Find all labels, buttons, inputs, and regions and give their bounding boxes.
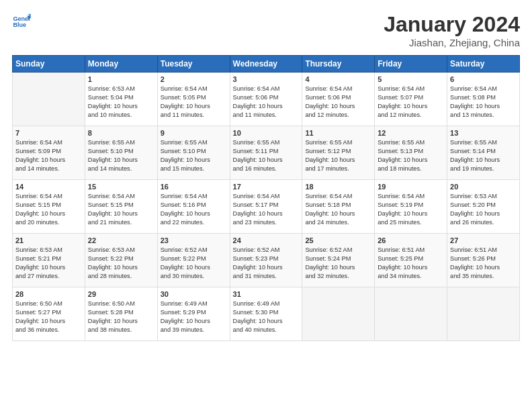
title-block: January 2024 Jiashan, Zhejiang, China [384,12,520,48]
day-number: 11 [305,129,371,137]
calendar-cell: 30Sunrise: 6:49 AMSunset: 5:29 PMDayligh… [157,287,230,341]
calendar-cell: 22Sunrise: 6:53 AMSunset: 5:22 PMDayligh… [85,234,157,287]
calendar-cell: 19Sunrise: 6:54 AMSunset: 5:19 PMDayligh… [375,180,447,234]
calendar-cell: 12Sunrise: 6:55 AMSunset: 5:13 PMDayligh… [375,126,447,180]
day-number: 28 [15,290,82,298]
calendar-cell: 1Sunrise: 6:53 AMSunset: 5:04 PMDaylight… [85,73,157,126]
logo: General Blue [12,12,31,31]
day-info: Sunrise: 6:54 AMSunset: 5:18 PMDaylight:… [305,192,371,227]
day-number: 2 [161,75,227,83]
calendar-cell: 5Sunrise: 6:54 AMSunset: 5:07 PMDaylight… [375,73,447,126]
day-number: 7 [15,129,82,137]
calendar-table: SundayMondayTuesdayWednesdayThursdayFrid… [12,55,520,341]
day-info: Sunrise: 6:51 AMSunset: 5:26 PMDaylight:… [450,246,517,281]
day-info: Sunrise: 6:55 AMSunset: 5:10 PMDaylight:… [161,138,227,173]
calendar-cell: 17Sunrise: 6:54 AMSunset: 5:17 PMDayligh… [230,180,302,234]
calendar-cell: 28Sunrise: 6:50 AMSunset: 5:27 PMDayligh… [13,287,85,341]
day-info: Sunrise: 6:51 AMSunset: 5:25 PMDaylight:… [378,246,444,281]
day-number: 6 [450,75,517,83]
calendar-cell: 8Sunrise: 6:55 AMSunset: 5:10 PMDaylight… [85,126,157,180]
calendar-cell: 24Sunrise: 6:52 AMSunset: 5:23 PMDayligh… [230,234,302,287]
main-title: January 2024 [384,12,520,37]
day-info: Sunrise: 6:54 AMSunset: 5:15 PMDaylight:… [88,192,154,227]
week-row-1: 1Sunrise: 6:53 AMSunset: 5:04 PMDaylight… [13,73,520,126]
week-row-5: 28Sunrise: 6:50 AMSunset: 5:27 PMDayligh… [13,287,520,341]
calendar-cell: 18Sunrise: 6:54 AMSunset: 5:18 PMDayligh… [302,180,375,234]
week-row-2: 7Sunrise: 6:54 AMSunset: 5:09 PMDaylight… [13,126,520,180]
calendar-cell: 6Sunrise: 6:54 AMSunset: 5:08 PMDaylight… [447,73,520,126]
weekday-header-thursday: Thursday [302,56,375,73]
day-number: 3 [233,75,300,83]
week-row-4: 21Sunrise: 6:53 AMSunset: 5:21 PMDayligh… [13,234,520,287]
calendar-cell: 20Sunrise: 6:53 AMSunset: 5:20 PMDayligh… [447,180,520,234]
day-info: Sunrise: 6:49 AMSunset: 5:30 PMDaylight:… [233,300,300,334]
day-info: Sunrise: 6:53 AMSunset: 5:20 PMDaylight:… [450,192,517,227]
day-info: Sunrise: 6:52 AMSunset: 5:24 PMDaylight:… [305,246,371,281]
day-info: Sunrise: 6:54 AMSunset: 5:06 PMDaylight:… [233,85,300,120]
day-info: Sunrise: 6:54 AMSunset: 5:17 PMDaylight:… [233,192,300,227]
calendar-cell: 7Sunrise: 6:54 AMSunset: 5:09 PMDaylight… [13,126,85,180]
calendar-cell: 15Sunrise: 6:54 AMSunset: 5:15 PMDayligh… [85,180,157,234]
day-info: Sunrise: 6:54 AMSunset: 5:16 PMDaylight:… [161,192,227,227]
day-number: 23 [161,236,227,244]
calendar-cell [13,73,85,126]
calendar-cell: 31Sunrise: 6:49 AMSunset: 5:30 PMDayligh… [230,287,302,341]
day-info: Sunrise: 6:53 AMSunset: 5:21 PMDaylight:… [15,246,82,281]
day-info: Sunrise: 6:55 AMSunset: 5:12 PMDaylight:… [305,138,371,173]
svg-text:Blue: Blue [13,21,26,28]
calendar-cell: 26Sunrise: 6:51 AMSunset: 5:25 PMDayligh… [375,234,447,287]
day-number: 25 [305,236,371,244]
day-number: 17 [233,183,300,191]
day-number: 26 [378,236,444,244]
day-number: 1 [88,75,154,83]
weekday-header-saturday: Saturday [447,56,520,73]
calendar-cell: 29Sunrise: 6:50 AMSunset: 5:28 PMDayligh… [85,287,157,341]
calendar-cell: 27Sunrise: 6:51 AMSunset: 5:26 PMDayligh… [447,234,520,287]
weekday-header-friday: Friday [375,56,447,73]
calendar-cell [375,287,447,341]
day-number: 5 [378,75,444,83]
day-info: Sunrise: 6:55 AMSunset: 5:11 PMDaylight:… [233,138,300,173]
day-number: 18 [305,183,371,191]
day-info: Sunrise: 6:53 AMSunset: 5:04 PMDaylight:… [88,85,154,120]
day-info: Sunrise: 6:52 AMSunset: 5:22 PMDaylight:… [161,246,227,281]
calendar-cell: 3Sunrise: 6:54 AMSunset: 5:06 PMDaylight… [230,73,302,126]
weekday-header-tuesday: Tuesday [157,56,230,73]
subtitle: Jiashan, Zhejiang, China [384,37,520,48]
calendar-cell [447,287,520,341]
day-number: 8 [88,129,154,137]
day-number: 13 [450,129,517,137]
weekday-header-monday: Monday [85,56,157,73]
day-info: Sunrise: 6:55 AMSunset: 5:14 PMDaylight:… [450,138,517,173]
day-number: 19 [378,183,444,191]
calendar-cell: 2Sunrise: 6:54 AMSunset: 5:05 PMDaylight… [157,73,230,126]
calendar-cell: 14Sunrise: 6:54 AMSunset: 5:15 PMDayligh… [13,180,85,234]
day-info: Sunrise: 6:54 AMSunset: 5:06 PMDaylight:… [305,85,371,120]
calendar-cell [302,287,375,341]
calendar-cell: 21Sunrise: 6:53 AMSunset: 5:21 PMDayligh… [13,234,85,287]
calendar-cell: 9Sunrise: 6:55 AMSunset: 5:10 PMDaylight… [157,126,230,180]
calendar-cell: 25Sunrise: 6:52 AMSunset: 5:24 PMDayligh… [302,234,375,287]
day-number: 12 [378,129,444,137]
day-number: 22 [88,236,154,244]
calendar-cell: 16Sunrise: 6:54 AMSunset: 5:16 PMDayligh… [157,180,230,234]
weekday-header-wednesday: Wednesday [230,56,302,73]
weekday-header-row: SundayMondayTuesdayWednesdayThursdayFrid… [13,56,520,73]
calendar-cell: 10Sunrise: 6:55 AMSunset: 5:11 PMDayligh… [230,126,302,180]
day-number: 4 [305,75,371,83]
day-info: Sunrise: 6:54 AMSunset: 5:08 PMDaylight:… [450,85,517,120]
day-number: 24 [233,236,300,244]
day-info: Sunrise: 6:52 AMSunset: 5:23 PMDaylight:… [233,246,300,281]
day-number: 20 [450,183,517,191]
day-info: Sunrise: 6:54 AMSunset: 5:15 PMDaylight:… [15,192,82,227]
day-info: Sunrise: 6:54 AMSunset: 5:07 PMDaylight:… [378,85,444,120]
day-info: Sunrise: 6:53 AMSunset: 5:22 PMDaylight:… [88,246,154,281]
day-info: Sunrise: 6:50 AMSunset: 5:28 PMDaylight:… [88,300,154,334]
weekday-header-sunday: Sunday [13,56,85,73]
page-container: General Blue January 2024 Jiashan, Zheji… [0,0,532,411]
header: General Blue January 2024 Jiashan, Zheji… [12,12,520,48]
day-number: 9 [161,129,227,137]
day-number: 29 [88,290,154,298]
day-number: 14 [15,183,82,191]
calendar-cell: 13Sunrise: 6:55 AMSunset: 5:14 PMDayligh… [447,126,520,180]
